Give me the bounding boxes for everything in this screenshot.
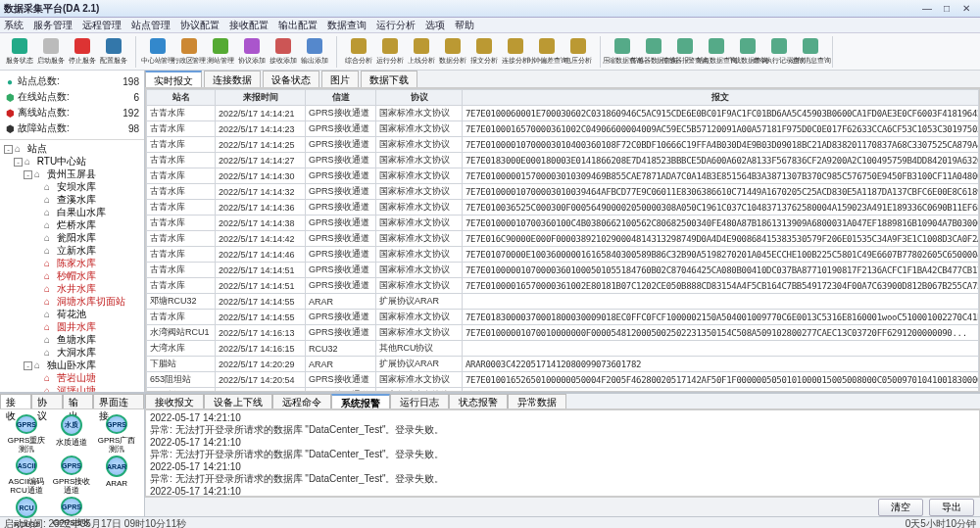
table-row[interactable]: 古青水库2022/5/17 14:14:42GPRS接收通道国家标准水文协议7E… bbox=[147, 231, 979, 247]
toolbar-button[interactable]: 上线分析 bbox=[407, 36, 436, 68]
receiver-tab[interactable]: 协议 bbox=[31, 394, 63, 408]
table-row[interactable]: 古青水库2022/5/17 14:14:38GPRS接收通道国家标准水文协议7E… bbox=[147, 216, 979, 231]
tree-node[interactable]: ⌂ 秒帽水库 bbox=[2, 269, 142, 282]
table-row[interactable]: 古青水库2022/5/17 14:14:23GPRS接收通道国家标准水文协议7E… bbox=[147, 121, 979, 137]
minimize-icon[interactable]: — bbox=[917, 3, 937, 14]
table-row[interactable]: 古青水库2022/5/17 14:14:32GPRS接收通道国家标准水文协议7E… bbox=[147, 184, 979, 200]
receiver-tab[interactable]: 输出 bbox=[63, 394, 94, 408]
tree-node[interactable]: -⌂ 独山卧水库 bbox=[2, 359, 142, 371]
tree-node[interactable]: ⌂ 瓮阳水库 bbox=[2, 231, 142, 244]
toolbar-button[interactable]: 综合分析 bbox=[344, 36, 373, 68]
tree-node[interactable]: -⌂ 站点 bbox=[2, 142, 142, 155]
toolbar-button[interactable]: 输出添加 bbox=[300, 36, 329, 68]
column-header[interactable]: 协议 bbox=[376, 90, 463, 106]
table-row[interactable]: 古青水库2022/5/17 14:14:25GPRS接收通道国家标准水文协议7E… bbox=[147, 137, 979, 153]
tree-node[interactable]: ⌂ 立新水库 bbox=[2, 244, 142, 257]
expand-icon[interactable]: - bbox=[24, 361, 32, 370]
toolbar-button[interactable]: 报文分析 bbox=[469, 36, 499, 68]
table-row[interactable]: 653阻坦站2022/5/17 14:20:54GPRS接收通道国家标准水文协议… bbox=[147, 372, 979, 388]
log-tab[interactable]: 异常数据 bbox=[508, 394, 566, 408]
main-tab[interactable]: 图片 bbox=[321, 71, 359, 87]
receiver-icon-item[interactable]: ARARARAR bbox=[95, 456, 138, 495]
table-row[interactable]: 大湾水库2022/5/17 14:16:15RCU32其他RCU协议 bbox=[147, 341, 979, 357]
receiver-icon-item[interactable]: GPRSGPRS接收通道 bbox=[50, 456, 93, 495]
log-tab[interactable]: 接收报文 bbox=[145, 394, 204, 408]
toolbar-button[interactable]: 协议添加 bbox=[237, 36, 267, 68]
expand-icon[interactable]: - bbox=[24, 170, 32, 179]
toolbar-button[interactable]: 停止服务 bbox=[68, 36, 97, 68]
main-tab[interactable]: 实时报文 bbox=[145, 71, 202, 87]
table-row[interactable]: 古青水库2022/5/17 14:14:30GPRS接收通道国家标准水文协议7E… bbox=[147, 168, 979, 184]
tree-node[interactable]: ⌂ 圆井水库 bbox=[2, 320, 142, 333]
column-header[interactable]: 报文 bbox=[463, 90, 979, 106]
menu-item[interactable]: 接收配置 bbox=[229, 19, 269, 32]
table-row[interactable]: 水湾阀站RCU12022/5/17 14:16:13GPRS接收通道国家标准水文… bbox=[147, 325, 979, 341]
log-tab[interactable]: 系统报警 bbox=[331, 394, 390, 408]
column-header[interactable]: 来报时间 bbox=[216, 90, 306, 106]
table-row[interactable]: 古青水库2022/5/17 14:14:36GPRS接收通道国家标准水文协议7E… bbox=[147, 200, 979, 216]
column-header[interactable]: 站名 bbox=[147, 90, 216, 106]
tree-node[interactable]: ⌂ 河坪山塘 bbox=[2, 384, 142, 392]
toolbar-button[interactable]: 传感器报警查询 bbox=[670, 36, 700, 68]
menu-item[interactable]: 系统 bbox=[4, 19, 24, 32]
tree-node[interactable]: ⌂ 洞塘水库切面站 bbox=[2, 295, 142, 308]
clear-button[interactable]: 清空 bbox=[878, 499, 923, 516]
menu-item[interactable]: 协议配置 bbox=[180, 19, 220, 32]
main-tab[interactable]: 数据下载 bbox=[361, 71, 417, 87]
tree-node[interactable]: ⌂ 大洞水库 bbox=[2, 346, 142, 359]
message-grid[interactable]: 站名来报时间信道协议报文古青水库2022/5/17 14:14:21GPRS接收… bbox=[145, 88, 980, 392]
table-row[interactable]: 古青水库2022/5/17 14:14:51GPRS接收通道国家标准水文协议7E… bbox=[147, 278, 979, 294]
toolbar-button[interactable]: 接收添加 bbox=[269, 36, 298, 68]
tree-node[interactable]: ⌂ 水井水库 bbox=[2, 282, 142, 295]
menu-item[interactable]: 输出配置 bbox=[278, 19, 318, 32]
table-row[interactable]: 阴阳桥2022/5/17 14:20:55GPRS接收通道国家标准水文协议7E7… bbox=[147, 388, 979, 393]
menu-item[interactable]: 选项 bbox=[425, 19, 445, 32]
tree-node[interactable]: ⌂ 鱼塘水库 bbox=[2, 333, 142, 346]
log-tab[interactable]: 远程命令 bbox=[272, 394, 331, 408]
main-tab[interactable]: 连接数据 bbox=[204, 71, 261, 87]
toolbar-button[interactable]: 连接分析 bbox=[501, 36, 530, 68]
toolbar-button[interactable]: 电压分析 bbox=[564, 36, 593, 68]
table-row[interactable]: 古青水库2022/5/17 14:14:46GPRS接收通道国家标准水文协议7E… bbox=[147, 247, 979, 263]
receiver-icon-item[interactable]: GPRSGPRS广西测汛 bbox=[95, 414, 138, 454]
close-icon[interactable]: ✕ bbox=[956, 3, 976, 14]
menu-item[interactable]: 远程管理 bbox=[82, 19, 122, 32]
receiver-icon-item[interactable]: 水质水质通道 bbox=[50, 414, 93, 454]
receiver-icon-item[interactable]: ASCIIASCII编码RCU通道 bbox=[5, 456, 48, 495]
expand-icon[interactable]: - bbox=[4, 145, 13, 154]
expand-icon[interactable]: - bbox=[14, 158, 23, 167]
receiver-tab[interactable]: 接收 bbox=[0, 394, 31, 408]
toolbar-button[interactable]: 中心站管理 bbox=[143, 36, 172, 68]
tree-node[interactable]: -⌂ 贵州玉屏县 bbox=[2, 168, 142, 180]
table-row[interactable]: 古青水库2022/5/17 14:14:27GPRS接收通道国家标准水文协议7E… bbox=[147, 153, 979, 168]
station-tree[interactable]: -⌂ 站点-⌂ RTU中心站-⌂ 贵州玉屏县⌂ 安坝水库⌂ 查溪水库⌂ 白果山水… bbox=[0, 140, 144, 392]
log-tab[interactable]: 运行日志 bbox=[390, 394, 449, 408]
menu-item[interactable]: 数据查询 bbox=[327, 19, 367, 32]
toolbar-button[interactable]: 运行分析 bbox=[375, 36, 405, 68]
tree-node[interactable]: ⌂ 安坝水库 bbox=[2, 180, 142, 193]
log-tab[interactable]: 状态报警 bbox=[449, 394, 508, 408]
toolbar-button[interactable]: 站点数据查询 bbox=[702, 36, 731, 68]
toolbar-button[interactable]: 测站管理 bbox=[206, 36, 235, 68]
tree-node[interactable]: ⌂ 查溪水库 bbox=[2, 193, 142, 206]
main-tab[interactable]: 设备状态 bbox=[263, 71, 319, 87]
toolbar-button[interactable]: 配置服务 bbox=[99, 36, 128, 68]
table-row[interactable]: 下腊站2022/5/17 14:20:29ARAR扩展协议ARARARAR000… bbox=[147, 357, 979, 372]
table-row[interactable]: 古青水库2022/5/17 14:14:55GPRS接收通道国家标准水文协议7E… bbox=[147, 310, 979, 325]
menu-item[interactable]: 帮助 bbox=[455, 19, 474, 32]
maximize-icon[interactable]: □ bbox=[937, 3, 956, 14]
table-row[interactable]: 古青水库2022/5/17 14:14:51GPRS接收通道国家标准水文协议7E… bbox=[147, 263, 979, 278]
toolbar-button[interactable]: 服务状态 bbox=[5, 36, 34, 68]
receiver-tab[interactable]: 界面连接 bbox=[93, 394, 144, 408]
menu-item[interactable]: 运行分析 bbox=[376, 19, 416, 32]
column-header[interactable]: 信道 bbox=[306, 90, 376, 106]
toolbar-button[interactable]: 行政区管理 bbox=[174, 36, 204, 68]
toolbar-button[interactable]: 运行消息查询 bbox=[796, 36, 825, 68]
tree-node[interactable]: ⌂ 烂桥水库 bbox=[2, 218, 142, 231]
tree-node[interactable]: -⌂ RTU中心站 bbox=[2, 155, 142, 168]
tree-node[interactable]: ⌂ 荷花池 bbox=[2, 308, 142, 320]
toolbar-button[interactable]: 命令执行记录查询 bbox=[764, 36, 794, 68]
tree-node[interactable]: ⌂ 苦岩山塘 bbox=[2, 371, 142, 384]
receiver-icon-item[interactable]: GPRSGPRS重庆测汛 bbox=[5, 414, 48, 454]
log-tab[interactable]: 设备上下线 bbox=[204, 394, 272, 408]
